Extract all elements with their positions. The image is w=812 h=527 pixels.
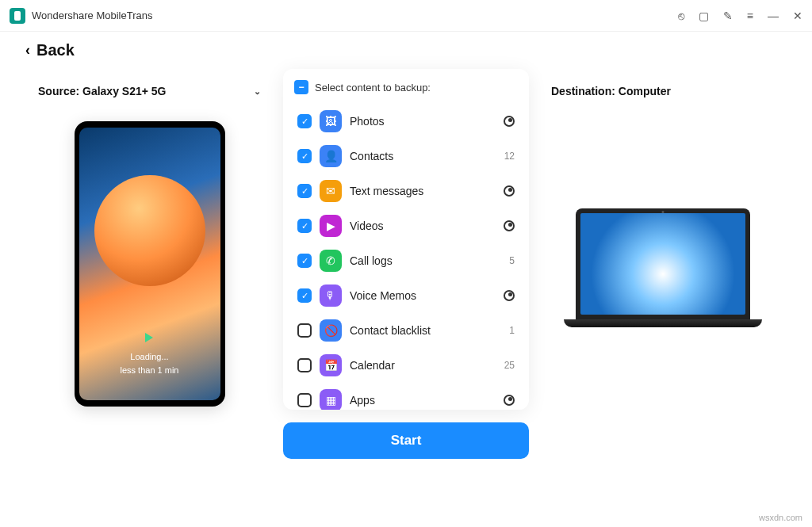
watermark: wsxdn.com: [759, 513, 802, 522]
item-count: 5: [509, 255, 515, 266]
item-count: 1: [509, 325, 515, 336]
list-item[interactable]: 🚫Contact blacklist1: [294, 313, 518, 348]
feedback-icon[interactable]: ▢: [699, 10, 709, 22]
item-checkbox[interactable]: ✓: [297, 114, 312, 128]
item-checkbox[interactable]: ✓: [297, 254, 312, 268]
list-item[interactable]: ✓▶Videos: [294, 208, 518, 243]
item-type-icon: 🚫: [320, 319, 342, 342]
eta-text: less than 1 min: [121, 364, 179, 377]
item-checkbox[interactable]: ✓: [297, 149, 312, 163]
destination-label: Destination: Computer: [551, 85, 671, 97]
item-type-icon: 👤: [320, 145, 342, 167]
play-icon: [145, 333, 153, 342]
chevron-left-icon: ‹: [25, 42, 30, 59]
item-label: Apps: [350, 394, 496, 407]
loading-spinner-icon: [504, 185, 515, 197]
source-dropdown[interactable]: Source: Galaxy S21+ 5G ⌄: [32, 69, 267, 121]
back-button[interactable]: ‹ Back: [0, 32, 812, 69]
list-item[interactable]: ✓✉Text messages: [294, 174, 518, 208]
account-icon[interactable]: ⎋: [678, 10, 684, 22]
item-type-icon: 🎙: [320, 285, 342, 307]
menu-icon[interactable]: ≡: [747, 10, 753, 22]
item-type-icon: ✆: [320, 250, 342, 272]
item-type-icon: ▶: [320, 215, 342, 237]
start-button[interactable]: Start: [283, 422, 529, 459]
source-panel: Source: Galaxy S21+ 5G ⌄ Loading... less…: [32, 69, 267, 407]
item-label: Text messages: [350, 185, 496, 197]
back-label: Back: [36, 41, 75, 59]
chevron-down-icon: ⌄: [254, 86, 261, 97]
item-type-icon: ▦: [320, 389, 342, 410]
close-icon[interactable]: ✕: [793, 10, 802, 22]
item-type-icon: ✉: [320, 180, 342, 202]
select-all-checkbox[interactable]: −: [294, 80, 308, 94]
item-label: Videos: [350, 220, 496, 232]
item-label: Contact blacklist: [350, 324, 501, 337]
loading-spinner-icon: [504, 116, 515, 127]
list-item[interactable]: ✓🎙Voice Memos: [294, 278, 518, 313]
window-controls: ⎋ ▢ ✎ ≡ — ✕: [678, 10, 802, 22]
item-count: 12: [504, 151, 515, 162]
content-list-card: − Select content to backup: ✓🖼Photos✓👤Co…: [283, 69, 529, 410]
item-label: Photos: [350, 115, 496, 128]
app-title: Wondershare MobileTrans: [32, 10, 678, 21]
source-phone-illustration: Loading... less than 1 min: [75, 121, 225, 407]
source-label: Source: Galaxy S21+ 5G: [38, 85, 166, 97]
item-type-icon: 🖼: [320, 110, 342, 132]
item-checkbox[interactable]: [297, 323, 312, 338]
list-item[interactable]: ▦Apps: [294, 383, 518, 410]
loading-spinner-icon: [504, 220, 515, 231]
destination-laptop-illustration: [564, 208, 762, 327]
loading-text: Loading...: [121, 350, 179, 364]
item-label: Contacts: [350, 150, 496, 162]
app-logo-icon: [10, 8, 25, 24]
minimize-icon[interactable]: —: [768, 10, 779, 22]
item-checkbox[interactable]: ✓: [297, 184, 312, 198]
destination-panel: Destination: Computer: [545, 69, 780, 327]
loading-spinner-icon: [504, 395, 515, 406]
item-checkbox[interactable]: [297, 358, 312, 372]
list-item[interactable]: ✓✆Call logs5: [294, 243, 518, 278]
title-bar: Wondershare MobileTrans ⎋ ▢ ✎ ≡ — ✕: [0, 0, 812, 32]
item-type-icon: 📅: [320, 354, 342, 376]
content-list[interactable]: ✓🖼Photos✓👤Contacts12✓✉Text messages✓▶Vid…: [294, 104, 526, 410]
list-header-label: Select content to backup:: [315, 82, 431, 94]
item-checkbox[interactable]: ✓: [297, 219, 312, 233]
list-item[interactable]: 📅Calendar25: [294, 348, 518, 383]
item-label: Voice Memos: [350, 289, 496, 302]
item-count: 25: [504, 360, 515, 371]
item-checkbox[interactable]: [297, 393, 312, 407]
loading-spinner-icon: [504, 290, 515, 301]
item-checkbox[interactable]: ✓: [297, 288, 312, 303]
item-label: Calendar: [350, 359, 496, 372]
item-label: Call logs: [350, 254, 501, 267]
edit-icon[interactable]: ✎: [723, 10, 733, 22]
list-item[interactable]: ✓👤Contacts12: [294, 139, 518, 174]
list-item[interactable]: ✓🖼Photos: [294, 104, 518, 139]
